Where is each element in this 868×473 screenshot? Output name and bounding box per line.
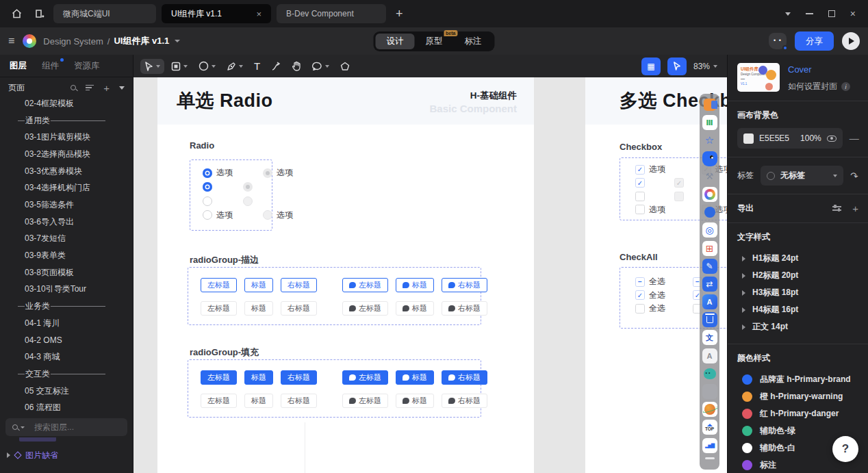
radio-button-unselected-icon[interactable]: 标题 bbox=[396, 394, 434, 408]
radio-button-selected[interactable]: 右标题 bbox=[281, 278, 317, 292]
checkbox-unchecked[interactable] bbox=[635, 192, 645, 201]
file-tab-3[interactable]: B-Dev Component bbox=[277, 4, 386, 23]
file-name[interactable]: UI组件库 v1.1 bbox=[114, 35, 169, 47]
layer-search-input[interactable]: 搜索图层... bbox=[5, 418, 127, 436]
color-style-item[interactable]: 红 h-Primary-danger bbox=[737, 405, 858, 422]
pen-plugin-icon[interactable]: ✎ bbox=[702, 259, 717, 274]
tab-design[interactable]: 设计 bbox=[376, 34, 415, 49]
radiogroup-filled-component[interactable]: 左标题 标题 右标题 左标题 标题 右标题 左标题 标题 右标题 左标题 bbox=[188, 359, 481, 418]
page-item[interactable]: 04-2 OMS bbox=[0, 332, 133, 349]
radio-button-unselected-icon[interactable]: 标题 bbox=[396, 301, 434, 316]
section-label-radio[interactable]: Radio bbox=[190, 140, 214, 151]
search-icon[interactable] bbox=[71, 85, 76, 90]
tab-assets[interactable]: 资源库 bbox=[74, 60, 100, 72]
visibility-eye-icon[interactable] bbox=[827, 136, 837, 142]
remove-color-icon[interactable]: — bbox=[850, 133, 859, 144]
page-item[interactable]: 04-3 商城 bbox=[0, 348, 133, 366]
cover-link[interactable]: Cover bbox=[788, 64, 850, 75]
radio-unselected[interactable] bbox=[203, 210, 212, 220]
text-style-item[interactable]: H2标题 20pt bbox=[737, 267, 858, 284]
radio-selected-disabled[interactable] bbox=[263, 168, 272, 178]
color-style-item[interactable]: 品牌蓝 h-Primary-brand bbox=[737, 371, 858, 388]
chevron-down-icon[interactable] bbox=[175, 40, 180, 42]
maximize-icon[interactable] bbox=[828, 10, 835, 17]
zoom-control[interactable]: 83% bbox=[693, 62, 720, 71]
radio-button-selected-icon[interactable]: 右标题 bbox=[442, 278, 487, 292]
search-scope-caret-icon[interactable] bbox=[21, 426, 25, 429]
checkbox-unchecked[interactable] bbox=[635, 304, 645, 314]
expand-icon[interactable] bbox=[742, 324, 745, 330]
move-tool[interactable] bbox=[140, 59, 164, 74]
section-label-radiogroup-filled[interactable]: radioGroup-填充 bbox=[190, 346, 259, 359]
team-name[interactable]: Design System bbox=[43, 36, 103, 47]
chevron-down-icon[interactable] bbox=[325, 65, 329, 68]
trash-plugin-icon[interactable] bbox=[702, 312, 717, 327]
radio-button-filled[interactable]: 左标题 bbox=[201, 370, 237, 385]
radio-selected-disabled[interactable] bbox=[243, 182, 253, 192]
radio-selected[interactable] bbox=[203, 168, 212, 178]
collapse-pages-icon[interactable] bbox=[119, 86, 125, 90]
radio-button-unselected-icon[interactable]: 左标题 bbox=[342, 394, 388, 408]
export-settings-icon[interactable] bbox=[832, 204, 841, 213]
swap-plugin-icon[interactable]: ⇄ bbox=[702, 277, 717, 292]
radio-button-unselected[interactable]: 左标题 bbox=[201, 301, 237, 316]
page-item[interactable]: 03-6导入导出 bbox=[0, 214, 133, 231]
radio-button-unselected[interactable]: 左标题 bbox=[201, 394, 237, 408]
robot-plugin-icon[interactable]: A bbox=[702, 348, 717, 363]
file-tab-1[interactable]: 微商城C端UI bbox=[53, 4, 156, 23]
find-replace-plugin-icon[interactable]: A bbox=[702, 294, 717, 309]
radio-button-unselected[interactable]: 标题 bbox=[244, 394, 273, 408]
chart-plugin-icon[interactable]: ▂▅▇ bbox=[702, 438, 717, 453]
expand-icon[interactable] bbox=[742, 256, 745, 261]
radio-selected[interactable] bbox=[203, 182, 212, 192]
radio-button-selected[interactable]: 左标题 bbox=[201, 278, 237, 292]
pen-tool[interactable] bbox=[222, 59, 247, 74]
layer-row-partial[interactable] bbox=[0, 437, 133, 447]
cloud-plugin-icon[interactable] bbox=[702, 205, 717, 220]
monster-plugin-icon[interactable] bbox=[702, 151, 717, 166]
expand-icon[interactable] bbox=[742, 290, 745, 296]
radio-unselected-disabled[interactable] bbox=[243, 196, 253, 206]
tag-dropdown[interactable]: 无标签 bbox=[761, 166, 843, 186]
checkbox-unchecked-disabled[interactable] bbox=[674, 192, 684, 201]
checkbox-checked[interactable]: ✓ bbox=[635, 178, 645, 188]
back-to-top-plugin-icon[interactable]: TOP bbox=[702, 420, 717, 435]
home-icon[interactable] bbox=[7, 4, 26, 23]
component-library-button[interactable]: ▦ bbox=[641, 57, 661, 75]
radiogroup-outline-component[interactable]: 左标题 标题 右标题 左标题 标题 右标题 左标题 标题 右标题 左标题 bbox=[188, 267, 481, 325]
share-button[interactable]: 分享 bbox=[795, 31, 834, 51]
radio-button-unselected[interactable]: 右标题 bbox=[281, 301, 317, 316]
chevron-down-icon[interactable] bbox=[212, 65, 216, 68]
page-item[interactable]: 06 流程图 bbox=[0, 399, 133, 416]
turtle-plugin-icon[interactable] bbox=[702, 366, 717, 381]
checkbox-unchecked[interactable] bbox=[635, 205, 645, 214]
new-tab-button[interactable]: + bbox=[396, 7, 403, 21]
radio-button-filled[interactable]: 标题 bbox=[244, 370, 273, 385]
checkbox-checked-disabled[interactable]: ✓ bbox=[674, 178, 684, 188]
radio-button-selected[interactable]: 标题 bbox=[244, 278, 273, 292]
window-close-icon[interactable]: × bbox=[850, 8, 856, 19]
info-icon[interactable]: i bbox=[841, 82, 850, 91]
tab-layers[interactable]: 图层 bbox=[10, 60, 27, 72]
shape-tool[interactable] bbox=[194, 58, 220, 74]
grid-plugin-icon[interactable]: ⊞ bbox=[702, 241, 717, 256]
aperture-plugin-icon[interactable] bbox=[702, 187, 717, 202]
copy-plugin-icon[interactable] bbox=[702, 97, 717, 112]
drafts-icon[interactable] bbox=[30, 4, 49, 23]
reset-tag-icon[interactable]: ↶ bbox=[850, 169, 860, 181]
radio-button-filled-icon[interactable]: 右标题 bbox=[442, 370, 487, 385]
page-group-divider[interactable]: 交互类 bbox=[0, 366, 133, 383]
radio-unselected[interactable] bbox=[203, 196, 212, 206]
layer-row-component[interactable]: 图片缺省 bbox=[0, 447, 133, 463]
page-item[interactable]: 03-4选择机构门店 bbox=[0, 179, 133, 196]
text-tool[interactable]: T bbox=[250, 58, 264, 74]
page-item[interactable]: 03-10引导类Tour bbox=[0, 281, 133, 298]
ring-plugin-icon[interactable]: ◎ bbox=[702, 222, 717, 238]
add-export-icon[interactable]: + bbox=[852, 203, 858, 214]
text-style-item[interactable]: H3标题 18pt bbox=[737, 284, 858, 301]
cover-thumbnail[interactable]: UI组件库 Design Component — V1.1 bbox=[737, 63, 780, 92]
canvas-bg-color-field[interactable]: E5E5E5 100% bbox=[737, 128, 843, 149]
checkbox-indeterminate[interactable]: − bbox=[635, 277, 645, 287]
radio-button-filled-icon[interactable]: 标题 bbox=[396, 370, 434, 385]
comment-tool[interactable] bbox=[308, 59, 333, 74]
